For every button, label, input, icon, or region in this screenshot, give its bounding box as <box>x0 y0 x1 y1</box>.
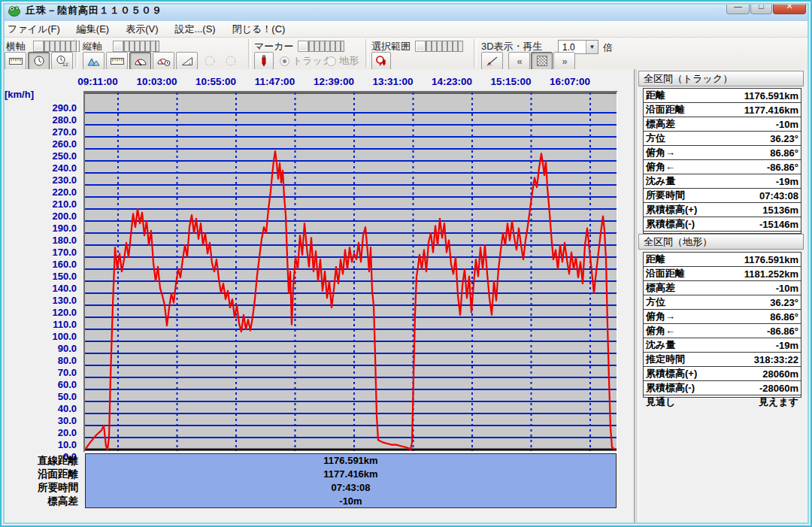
marker-info-labels: 直線距離沿面距離所要時間標高差 <box>0 453 81 508</box>
x-tick-label: 11:47:00 <box>241 76 309 87</box>
v-axis-extra1-button[interactable] <box>201 53 218 68</box>
stats-row: 所要時間07:43:08 <box>644 189 801 203</box>
speed-chart[interactable] <box>85 92 617 451</box>
dropdown-arrow-icon[interactable]: ▼ <box>586 41 598 53</box>
v-axis-elevation-button[interactable] <box>83 52 105 70</box>
y-tick-label: 140.0 <box>0 283 77 295</box>
v-axis-gradient-button[interactable] <box>176 52 198 70</box>
stats-label: 俯角→ <box>646 310 675 323</box>
y-tick-label: 260.0 <box>0 138 77 150</box>
toolbar-separator <box>474 39 477 68</box>
playback-rewind-button[interactable]: « <box>508 52 530 70</box>
y-tick-label: 70.0 <box>0 367 77 379</box>
menu-item[interactable]: 設定...(S) <box>175 23 216 35</box>
minimize-button[interactable]: — <box>726 0 750 14</box>
stats-row: 沿面距離1181.252km <box>644 267 801 281</box>
y-tick-label: 230.0 <box>0 174 77 186</box>
terrain-stats-table: 距離1176.591km沿面距離1181.252km標高差-10m方位36.23… <box>643 252 801 398</box>
stats-label: 俯角← <box>646 324 675 338</box>
playback-3d-button[interactable] <box>481 52 503 70</box>
toolbar: 横軸 123 縦軸 <box>0 38 812 70</box>
h-axis-distance-button[interactable] <box>5 52 26 70</box>
y-tick-label: 10.0 <box>0 439 77 451</box>
ruler-icon <box>9 56 23 65</box>
close-button[interactable]: ✕ <box>773 0 806 14</box>
marker-slider[interactable] <box>298 41 344 52</box>
y-tick-label: 240.0 <box>0 162 77 174</box>
menu-item[interactable]: ファイル(F) <box>8 23 60 35</box>
y-tick-label: 50.0 <box>0 391 77 403</box>
h-axis-slider-track[interactable] <box>44 41 80 52</box>
radio-unselected-icon <box>326 56 336 66</box>
maximize-button[interactable]: □ <box>750 0 772 14</box>
v-axis-slider[interactable] <box>113 41 159 52</box>
x-tick-label: 15:15:00 <box>477 76 545 87</box>
stats-label: 距離 <box>646 89 665 102</box>
stats-label: 累積標高(-) <box>646 381 695 395</box>
y-tick-label: 30.0 <box>0 415 77 427</box>
menu-item[interactable]: 編集(E) <box>77 23 109 35</box>
selection-lasso-button[interactable] <box>371 52 391 70</box>
marker-slider-thumb[interactable] <box>298 41 308 52</box>
y-tick-label: 190.0 <box>0 223 77 235</box>
h-axis-slider[interactable] <box>33 41 80 52</box>
speed-chart-frame <box>83 91 618 453</box>
stats-value: -28060m <box>759 383 798 394</box>
stats-row: 標高差-10m <box>644 117 801 132</box>
stats-value: 1181.252km <box>744 268 798 280</box>
v-axis-distance-button[interactable] <box>106 52 128 70</box>
stats-row: 沿面距離1177.416km <box>644 103 801 117</box>
h-axis-point-number-button[interactable]: 123 <box>51 52 73 70</box>
menu-item[interactable]: 閉じる！(C) <box>232 23 286 35</box>
y-tick-label: 80.0 <box>0 355 77 367</box>
window-controls: — □ ✕ <box>726 0 806 14</box>
stats-row: 俯角←-86.86° <box>644 160 801 174</box>
stats-row: 距離1176.591km <box>644 253 801 267</box>
radio-selected-icon <box>280 56 289 66</box>
app-icon[interactable] <box>8 4 21 17</box>
menu-item[interactable]: 表示(V) <box>126 23 158 35</box>
stats-label: 方位 <box>646 295 665 309</box>
stats-value: 15136m <box>762 204 798 216</box>
ruler-icon <box>111 56 124 65</box>
marker-slider-track[interactable] <box>308 41 344 52</box>
v-axis-speed-button[interactable] <box>129 52 151 70</box>
h-axis-slider-thumb[interactable] <box>33 41 44 52</box>
marker-radio-terrain[interactable]: 地形 <box>326 54 359 68</box>
v-axis-slider-track[interactable] <box>123 41 159 52</box>
stats-value: -86.86° <box>767 162 798 173</box>
angle-icon <box>181 56 193 66</box>
playback-pause-button[interactable] <box>531 52 553 70</box>
stats-row: 距離1176.591km <box>644 89 801 103</box>
marker-pen-button[interactable] <box>254 52 274 70</box>
track-stats-table: 距離1176.591km沿面距離1177.416km標高差-10m方位36.23… <box>643 88 801 234</box>
v-axis-slider-thumb[interactable] <box>113 41 123 52</box>
stats-value: 見えます <box>759 395 798 409</box>
y-tick-label: 170.0 <box>0 247 77 259</box>
stats-row: 見通し見えます <box>644 395 801 409</box>
playback-forward-button[interactable]: » <box>553 52 575 70</box>
marker-radio-track[interactable]: トラック <box>280 54 332 68</box>
marker-info-value: 1176.591km <box>86 454 616 468</box>
marker-info-label: 所要時間 <box>0 481 81 495</box>
v-axis-extra2-button[interactable] <box>223 53 239 68</box>
toolbar-separator <box>365 39 368 68</box>
y-tick-label: 120.0 <box>0 307 77 319</box>
h-axis-time-button[interactable] <box>28 52 50 70</box>
y-tick-label: 20.0 <box>0 427 77 439</box>
stats-value: 36.23° <box>770 297 798 308</box>
stats-value: 36.23° <box>770 133 798 144</box>
x-tick-label: 10:03:00 <box>123 76 191 87</box>
app-window: 丘珠－陸前高田１１０５０９ — □ ✕ ファイル(F)編集(E)表示(V)設定.… <box>0 0 812 527</box>
y-tick-label: 130.0 <box>0 295 77 307</box>
selection-slider[interactable] <box>415 41 463 52</box>
clock-numbers-icon: 123 <box>56 55 69 67</box>
y-tick-label: 150.0 <box>0 271 77 283</box>
selection-slider-track[interactable] <box>426 41 463 52</box>
panel-splitter[interactable] <box>634 69 638 527</box>
y-tick-label: 60.0 <box>0 379 77 391</box>
v-axis-speed-time-button[interactable] <box>153 52 174 70</box>
lasso-pin-icon <box>375 55 387 67</box>
selection-slider-thumb[interactable] <box>415 41 426 52</box>
stats-value: -15146m <box>759 219 798 230</box>
